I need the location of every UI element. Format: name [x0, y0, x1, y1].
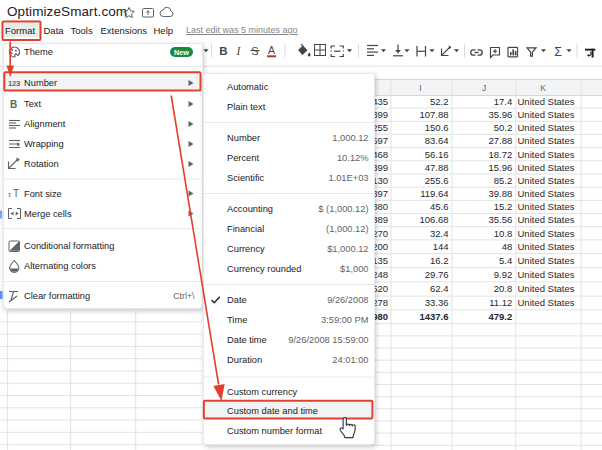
svg-text:Custom date and time: Custom date and time: [227, 406, 318, 416]
svg-text:Date time: Date time: [227, 335, 267, 345]
svg-text:Alignment: Alignment: [24, 119, 66, 129]
svg-text:Clear formatting: Clear formatting: [24, 291, 90, 301]
svg-text:9/26/2008 15:59:00: 9/26/2008 15:59:00: [288, 335, 368, 345]
svg-text:(1,000.12): (1,000.12): [326, 224, 368, 234]
svg-text:Theme: Theme: [24, 47, 53, 57]
svg-text:Automatic: Automatic: [227, 82, 269, 92]
svg-text:B: B: [10, 99, 17, 110]
svg-text:Conditional formatting: Conditional formatting: [24, 241, 114, 251]
svg-text:Accounting: Accounting: [227, 204, 273, 214]
svg-text:Text: Text: [24, 99, 41, 109]
svg-text:Percent: Percent: [227, 153, 259, 163]
svg-text:9/26/2008: 9/26/2008: [327, 295, 368, 305]
svg-text:$ (1,000.12): $ (1,000.12): [318, 204, 368, 214]
svg-text:1,000.12: 1,000.12: [332, 133, 368, 143]
svg-text:Plain text: Plain text: [227, 102, 266, 112]
svg-text:Font size: Font size: [24, 189, 62, 199]
svg-text:Number: Number: [227, 133, 260, 143]
svg-text:New: New: [174, 48, 189, 57]
svg-text:Currency rounded: Currency rounded: [227, 264, 301, 274]
svg-text:Date: Date: [227, 295, 247, 305]
svg-text:1.01E+03: 1.01E+03: [328, 173, 368, 183]
svg-text:10.12%: 10.12%: [337, 153, 369, 163]
svg-text:Number: Number: [24, 78, 57, 88]
svg-text:T: T: [13, 188, 19, 199]
svg-text:τ: τ: [8, 191, 11, 198]
svg-text:Rotation: Rotation: [24, 159, 59, 169]
svg-text:Duration: Duration: [227, 355, 262, 365]
svg-text:123: 123: [8, 79, 20, 88]
svg-text:Custom currency: Custom currency: [227, 387, 298, 397]
svg-text:Scientific: Scientific: [227, 173, 265, 183]
svg-text:Custom number format: Custom number format: [227, 426, 322, 436]
svg-text:24:01:00: 24:01:00: [332, 355, 368, 365]
svg-text:Merge cells: Merge cells: [24, 209, 72, 219]
svg-text:Alternating colors: Alternating colors: [24, 261, 96, 271]
svg-text:Ctrl+\: Ctrl+\: [173, 291, 195, 301]
svg-text:$1,000.12: $1,000.12: [327, 244, 368, 254]
svg-text:Currency: Currency: [227, 244, 265, 254]
svg-text:Financial: Financial: [227, 224, 264, 234]
svg-text:3:59:00 PM: 3:59:00 PM: [321, 315, 369, 325]
svg-text:$1,000: $1,000: [340, 264, 368, 274]
svg-text:Time: Time: [227, 315, 247, 325]
svg-text:Wrapping: Wrapping: [24, 139, 64, 149]
